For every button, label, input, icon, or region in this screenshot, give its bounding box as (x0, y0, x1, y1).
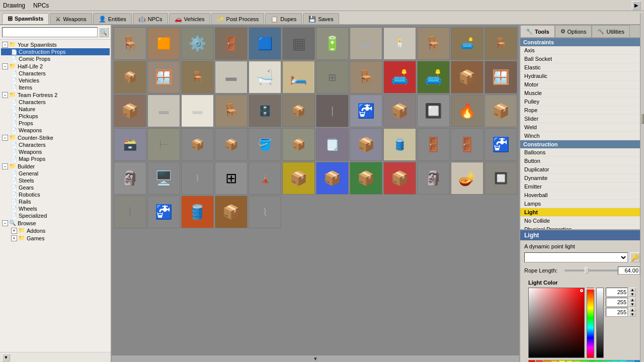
tree-item-tf2-characters[interactable]: 📄 Characters (1, 99, 110, 106)
prop-item[interactable]: 🟧 (147, 27, 180, 60)
tree-item-hl2-vehicles[interactable]: 📄 Vehicles (1, 77, 110, 84)
prop-item[interactable]: 🗿 (114, 162, 146, 195)
prop-item[interactable]: ⊞ (316, 61, 349, 94)
prop-item[interactable]: 🪣 (249, 128, 281, 161)
palette-color[interactable] (626, 360, 633, 362)
prop-item[interactable]: 🛏️ (282, 61, 315, 94)
prop-item[interactable]: 📦 (215, 196, 248, 228)
toggle-counter-strike[interactable]: − (2, 135, 8, 141)
tree-item-cs-characters[interactable]: 📄 Characters (1, 141, 110, 148)
prop-item[interactable]: 🚪 (451, 128, 484, 161)
prop-item[interactable]: 🪟 (147, 61, 180, 94)
light-key-button[interactable]: 🔑 (630, 252, 640, 262)
tab-npcs[interactable]: 🤖 NPCs (133, 13, 168, 24)
tree-item-tf2-nature[interactable]: 📄 Nature (1, 106, 110, 113)
tree-container[interactable]: − 📁 Your Spawnlists 📄 Construction Props… (0, 40, 111, 352)
tree-item-tf2[interactable]: − 📁 Team Fortress 2 (1, 91, 110, 99)
prop-item[interactable]: 🪑 (181, 61, 214, 94)
prop-item[interactable]: 📦 (215, 128, 248, 161)
constraint-elastic[interactable]: Elastic (520, 63, 644, 72)
rgb-b-up[interactable]: ▲ (629, 308, 636, 312)
prop-item[interactable]: 📦 (282, 162, 315, 195)
prop-item[interactable]: 🛋️ (417, 61, 450, 94)
palette-color[interactable] (536, 360, 543, 362)
tree-item-tf2-props[interactable]: 📄 Props (1, 120, 110, 127)
tree-item-hl2-characters[interactable]: 📄 Characters (1, 70, 110, 77)
tree-item-construction-props[interactable]: 📄 Construction Props (1, 48, 110, 55)
constraint-winch[interactable]: Winch (520, 132, 644, 140)
constraint-ball-socket[interactable]: Ball Socket (520, 55, 644, 63)
tab-entities[interactable]: 👤 Entities (93, 13, 132, 24)
constraint-pulley[interactable]: Pulley (520, 98, 644, 106)
tree-item-browse[interactable]: − 🔍 Browse (1, 219, 110, 227)
prop-item[interactable]: ⌇ (114, 196, 146, 228)
construction-physical-properties[interactable]: Physical Properties (520, 225, 644, 229)
prop-item[interactable]: 🔥 (451, 95, 484, 127)
rgb-g-up[interactable]: ▲ (629, 298, 636, 302)
toggle-your-spawnlists[interactable]: − (2, 42, 8, 48)
toggle-games[interactable]: + (11, 235, 17, 241)
palette-color[interactable] (566, 360, 573, 362)
tree-item-your-spawnlists[interactable]: − 📁 Your Spawnlists (1, 41, 110, 48)
tree-item-cs-weapons[interactable]: 📄 Weapons (1, 148, 110, 155)
rgb-r-down[interactable]: ▼ (629, 292, 636, 297)
prop-item[interactable]: 🛁 (249, 61, 281, 94)
tree-item-builder-general[interactable]: 📄 General (1, 170, 110, 177)
prop-item[interactable]: 📦 (350, 128, 382, 161)
constraint-motor[interactable]: Motor (520, 80, 644, 89)
tree-item-builder-robotics[interactable]: 📄 Robotics (1, 191, 110, 198)
prop-item[interactable]: ⊞ (215, 162, 248, 195)
construction-lamps[interactable]: Lamps (520, 200, 644, 208)
prop-item[interactable]: 📦 (316, 162, 349, 195)
prop-item[interactable]: 🪟 (485, 61, 517, 94)
palette-color[interactable] (574, 360, 581, 362)
prop-item[interactable]: 🪑 (417, 27, 450, 60)
right-tab-tools[interactable]: 🔧 Tools (520, 25, 555, 37)
prop-item[interactable]: 📦 (451, 61, 484, 94)
tree-item-builder-steels[interactable]: 📄 Steels (1, 177, 110, 184)
color-hue-bar[interactable] (587, 288, 594, 358)
constraint-hydraulic[interactable]: Hydraulic (520, 72, 644, 80)
constraint-axis[interactable]: Axis (520, 46, 644, 55)
prop-item[interactable]: 🕯️ (383, 27, 416, 60)
tree-item-games[interactable]: + 📁 Games (1, 234, 110, 242)
menu-npcs[interactable]: NPCs (33, 2, 49, 9)
light-dropdown[interactable] (524, 252, 628, 262)
prop-item[interactable]: ▬ (215, 61, 248, 94)
props-grid[interactable]: 🪑 🟧 ⚙️ 🚪 🟦 ▦ 🔋 ▬ 🕯 (112, 25, 519, 355)
prop-item[interactable]: ⌇ (249, 196, 281, 228)
tab-postprocess[interactable]: ✨ Post Process (211, 13, 265, 24)
prop-item[interactable]: 📦 (485, 95, 517, 127)
toggle-browse[interactable]: − (2, 220, 8, 226)
tree-item-comic-props[interactable]: 📄 Comic Props (1, 55, 110, 62)
construction-balloons[interactable]: Balloons (520, 148, 644, 157)
prop-item[interactable]: 🪑 (215, 95, 248, 127)
tree-item-half-life-2[interactable]: − 📁 Half-Life 2 (1, 62, 110, 70)
prop-item[interactable]: ▬ (350, 27, 382, 60)
prop-item[interactable]: 🪑 (114, 27, 146, 60)
toggle-half-life-2[interactable]: − (2, 63, 8, 69)
palette-color[interactable] (528, 360, 535, 362)
prop-item[interactable]: ⌇ (181, 162, 214, 195)
tree-item-builder-specialized[interactable]: 📄 Specialized (1, 212, 110, 219)
palette-color[interactable] (543, 360, 550, 362)
palette-color[interactable] (619, 360, 626, 362)
right-tab-utilities[interactable]: 🔨 Utilities (592, 25, 629, 37)
prop-item[interactable]: 🗄️ (249, 95, 281, 127)
toggle-addons[interactable]: + (11, 228, 17, 234)
tree-item-builder-wheels[interactable]: 📄 Wheels (1, 205, 110, 212)
palette-color[interactable] (604, 360, 611, 362)
prop-item[interactable]: 🛢️ (383, 128, 416, 161)
prop-item[interactable]: 📦 (282, 95, 315, 127)
menu-drawing[interactable]: Drawing (3, 2, 25, 9)
toggle-builder[interactable]: − (2, 163, 8, 169)
tab-weapons[interactable]: ⚔ Weapons (50, 13, 92, 24)
palette-color[interactable] (589, 360, 596, 362)
right-tab-options[interactable]: ⚙ Options (555, 25, 592, 37)
rgb-r-input[interactable] (606, 288, 628, 297)
tree-item-addons[interactable]: + 📁 Addons (1, 227, 110, 234)
tree-item-tf2-weapons[interactable]: 📄 Weapons (1, 127, 110, 134)
prop-item[interactable]: 🗿 (417, 162, 450, 195)
prop-item[interactable]: ▬ (147, 95, 180, 127)
prop-item[interactable]: | (316, 95, 349, 127)
